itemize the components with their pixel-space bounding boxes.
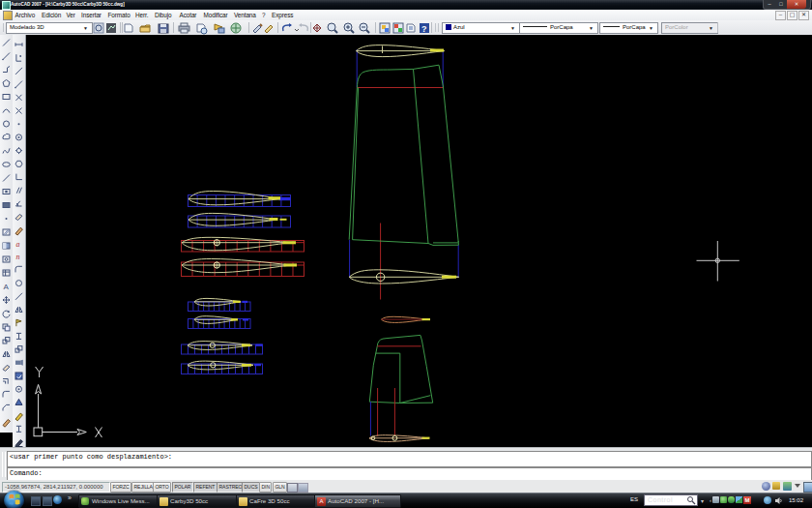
svg-text:a: a (16, 240, 20, 249)
svg-text:A: A (4, 283, 10, 291)
svg-text:?: ? (421, 24, 427, 34)
svg-text:n: n (16, 253, 20, 261)
